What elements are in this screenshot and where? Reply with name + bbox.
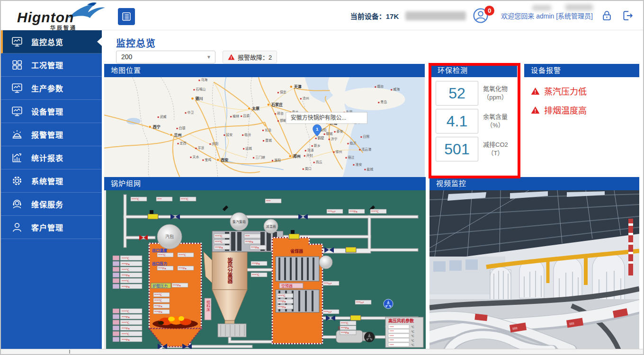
alarm-fault-badge[interactable]: ! 报警故障：2 [223,51,277,63]
metric-oxygen: 4.1 余氧含量 （%） [436,109,512,133]
map-graphic: 乌海石嘴山中卫武威白银定西天水宝鸡平凉庆阳延安榆林吕梁临汾运城长治晋城邯郸邢台保… [104,77,425,177]
map-capital-dot [290,85,293,88]
map-city-label: 沧州 [303,96,309,100]
map-city-dot [345,157,347,159]
sidebar-item-customer-mgmt[interactable]: 客户管理 [1,216,102,239]
map-city-label: 临汾 [244,133,251,137]
svg-text:炉膛压力: 炉膛压力 [152,284,168,288]
env-panel-title: 环保检测 [431,64,517,77]
map-city-dot [275,113,276,115]
map-city-dot [241,115,242,117]
user-name-role: admin [系统管理员] [536,12,593,20]
map-view[interactable]: 乌海石嘴山中卫武威白银定西天水宝鸡平凉庆阳延安榆林吕梁临汾运城长治晋城邯郸邢台保… [104,77,425,177]
boiler-masked-value: ****Pa [245,240,253,243]
boiler-masked-value: ****Pa [251,246,259,249]
metric-label: 氮氧化物 （ppm） [483,85,508,102]
boiler-masked-value: ****℃ [158,254,166,257]
boiler-masked-value: ****℃ [154,293,162,296]
map-city-label: 洛阳 [274,158,281,162]
map-tooltip: 安徽方快锅炉有限公... [286,112,367,124]
boiler-scada-graphic: 汽包 出口温度 出口压力 炉膛压力 [104,190,426,350]
map-city-dot [178,143,179,144]
sidebar-item-system-mgmt[interactable]: 系统管理 [1,169,102,193]
sidebar-item-maintenance-service[interactable]: 维保服务 [1,193,102,216]
sidebar-item-label: 生产参数 [31,82,63,94]
svg-text:给料床: 给料床 [206,300,210,312]
map-city-dot [177,128,178,129]
map-city-label: 庆阳 [212,142,218,146]
boiler-masked-value: ****℃ [132,198,139,201]
metric-value: 4.1 [436,109,478,133]
map-city-label: 延安 [226,133,233,137]
logout-button[interactable] [620,9,635,23]
sidebar-toggle-button[interactable] [118,8,135,25]
boiler-network-panel: 锅炉组网 [104,177,426,350]
svg-text:****Pa: ****Pa [122,285,130,288]
sidebar-item-statistics-report[interactable]: 统计报表 [1,146,102,169]
map-city-label: 天水 [192,155,199,159]
map-city-label: 保定 [280,90,286,94]
sidebar-item-production-params[interactable]: 生产参数 [1,77,102,100]
video-monitor-panel: 视频监控 [429,177,639,350]
alarm-text: 排烟温度高 [544,104,587,116]
device-select[interactable]: 200 ▼ [116,51,215,63]
sidebar-item-label: 监控总览 [31,36,63,47]
page-title: 监控总览 [116,36,156,50]
map-city-label: 三门峡 [255,155,265,160]
logo-subtext: 华辰智通 [50,24,77,31]
sidebar-item-alarm-mgmt[interactable]: 报警管理 [1,123,102,146]
map-city-dot [312,145,313,147]
map-city-dot [300,98,302,99]
map-capital-label: 兰州 [174,133,182,137]
svg-text:出口温度: 出口温度 [152,248,168,253]
map-city-dot [313,162,315,163]
svg-text:出口压力: 出口压力 [152,261,167,266]
alarm-item: ! 排烟温度高 [531,104,636,116]
boiler-masked-value: ****℃ [215,240,223,243]
metric-co2: 501 减排CO2 （T） [436,137,512,161]
map-capital-dot [216,159,219,161]
horizontal-scrollbar[interactable] [1,349,643,354]
map-city-label: 菏泽 [307,148,314,152]
map-city-dot [198,80,200,81]
map-city-label: 青岛 [380,100,387,104]
boiler-scada-view[interactable]: 汽包 出口温度 出口压力 炉膛压力 [104,190,426,350]
boiler-masked-value: ****Pa [154,311,162,313]
map-capital-dot [149,125,152,128]
logout-icon [621,9,634,22]
map-city-label: 邢台 [277,111,284,115]
svg-text:****: **** [390,330,394,333]
boiler-masked-value: ****℃ [341,322,349,325]
user-notification[interactable]: 0 [473,8,494,24]
boiler-masked-value: ****m³ [324,311,331,313]
metric-nox: 52 氮氧化物 （ppm） [436,81,512,106]
map-panel-title: 地图位置 [104,64,425,77]
map-city-label: 新乡 [314,143,321,148]
alarm-item: ! 蒸汽压力低 [531,85,636,97]
svg-text:℃: ℃ [411,326,414,328]
map-city-label: 泰安 [337,129,343,133]
map-city-label: 中卫 [187,110,194,115]
map-city-label: 连云港 [361,147,371,151]
sidebar-item-monitor-overview[interactable]: 监控总览 [1,30,102,53]
sidebar-item-condition-mgmt[interactable]: 工况管理 [1,53,102,77]
alarm-siren-icon [11,129,23,140]
user-icon [11,222,23,233]
sidebar-item-label: 报警管理 [31,129,63,140]
alarm-fault-text: 报警故障：2 [238,53,272,62]
metric-label: 减排CO2 （T） [483,141,508,158]
map-city-dot [185,112,186,114]
svg-text:****℃: ****℃ [122,310,129,313]
video-feed[interactable]: |||||||| |||||||| [429,190,639,350]
monitor-chart-icon [11,82,23,94]
svg-text:****Pa: ****Pa [122,274,130,277]
map-city-dot [263,140,264,142]
map-capital-dot [170,133,173,136]
env-metrics: 52 氮氧化物 （ppm） 4.1 余氧含量 （%） 501 [431,77,517,177]
sidebar-item-device-mgmt[interactable]: 设备管理 [1,100,102,123]
lock-button[interactable] [599,9,614,23]
map-city-label: 徐州 [336,150,342,154]
boiler-masked-value: **** [245,235,250,238]
video-still-graphic: |||||||| |||||||| [429,190,639,350]
map-capital-label: 天津 [294,84,302,89]
